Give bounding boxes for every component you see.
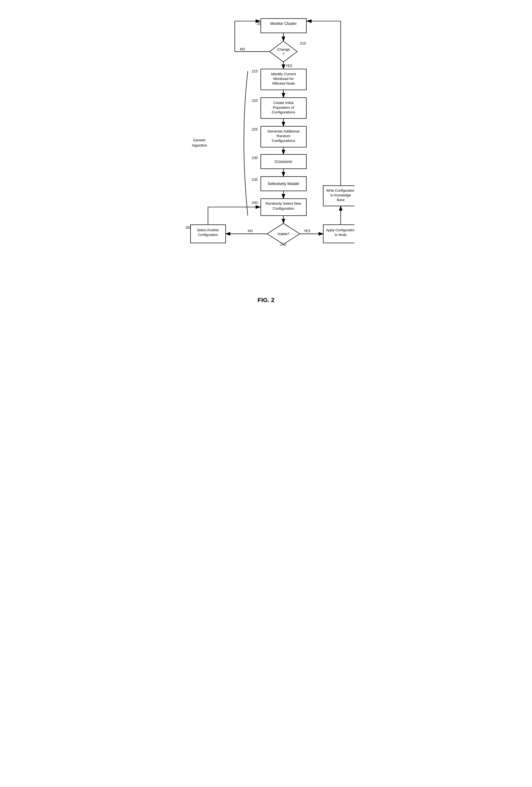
- text-randomly-line1: Randomly Select New: [265, 201, 302, 206]
- text-create-line2: Population of: [273, 105, 294, 109]
- genetic-algorithm-brace: [244, 71, 248, 215]
- text-write-line3: Base: [337, 198, 345, 202]
- text-select-another-line1: Select Another: [197, 228, 219, 232]
- page-container: 205 Monitor Cluster 210 Change ? NO YES …: [172, 5, 360, 320]
- label-225: 225: [252, 127, 258, 131]
- fig-label: FIG. 2: [178, 297, 354, 304]
- label-230: 230: [252, 156, 258, 160]
- text-generate-line3: Configurations: [272, 139, 295, 143]
- label-210: 210: [300, 41, 306, 45]
- text-genetic-algorithm-line2: Algorithm: [192, 143, 207, 147]
- text-viable: Viable?: [277, 232, 289, 236]
- label-240: 240: [252, 200, 258, 205]
- text-monitor-cluster: Monitor Cluster: [270, 21, 297, 26]
- box-monitor-cluster: [261, 19, 306, 33]
- text-change-line2: ?: [282, 52, 284, 56]
- text-selectively-mutate: Selectively Mutate: [268, 182, 300, 186]
- text-identify-line1: Identify Current: [271, 72, 296, 76]
- text-identify-line3: Affected Node: [272, 81, 295, 85]
- text-identify-line2: Workload for: [273, 77, 294, 81]
- text-randomly-line2: Configuration: [273, 206, 294, 211]
- text-create-line1: Create Initial: [273, 101, 294, 105]
- text-apply-line1: Apply Configuration: [326, 228, 354, 232]
- label-220: 220: [252, 99, 258, 103]
- text-generate-line1: Generate Additional: [267, 129, 300, 133]
- text-no-viable: NO: [248, 229, 253, 233]
- text-no-change: NO: [240, 47, 245, 51]
- text-create-line3: Configurations: [272, 110, 295, 114]
- text-genetic-algorithm-line1: Genetic: [193, 138, 206, 142]
- flowchart-diagram: 205 Monitor Cluster 210 Change ? NO YES …: [178, 14, 354, 287]
- text-write-line1: Write Configuration: [326, 189, 354, 193]
- label-215: 215: [252, 69, 258, 73]
- text-yes-viable: YES: [304, 229, 310, 233]
- text-change-line1: Change: [277, 47, 290, 51]
- label-235: 235: [252, 177, 258, 182]
- text-select-another-line2: Configuration: [198, 233, 218, 237]
- text-yes-change: YES: [286, 64, 292, 68]
- text-crossover: Crossover: [274, 159, 292, 164]
- text-generate-line2: Random: [276, 134, 290, 138]
- text-apply-line2: to Node: [335, 233, 347, 237]
- text-write-line2: to Knowledge: [330, 193, 351, 197]
